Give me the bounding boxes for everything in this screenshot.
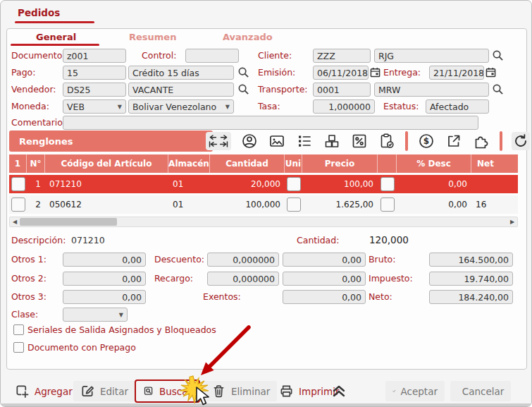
vendedor-name-field[interactable]: VACANTE bbox=[128, 83, 234, 97]
emision-calendar-icon[interactable] bbox=[370, 67, 381, 78]
scroll-left-icon[interactable]: ◀ bbox=[10, 219, 20, 225]
tasa-field[interactable]: 1,000000 bbox=[313, 99, 375, 114]
agregar-button[interactable]: Agregar bbox=[8, 381, 80, 401]
col-codigo: Código del Artículo bbox=[45, 154, 168, 173]
user-icon[interactable] bbox=[240, 132, 259, 150]
cliente-search-icon[interactable] bbox=[492, 49, 504, 61]
annotation-arrow bbox=[191, 322, 261, 379]
recargo-monto-field[interactable]: 0,00 bbox=[283, 272, 366, 286]
pago-name-field[interactable]: Crédito 15 días bbox=[128, 66, 234, 80]
transporte-search-icon[interactable] bbox=[492, 83, 504, 95]
col-almacen: Almacén bbox=[168, 154, 210, 173]
control-field[interactable] bbox=[185, 49, 239, 63]
prepago-label: Documento con Prepago bbox=[27, 342, 136, 353]
moneda-label: Moneda: bbox=[11, 101, 49, 111]
pago-label: Pago: bbox=[11, 67, 35, 78]
toolbar-separator bbox=[500, 131, 502, 151]
percent-icon[interactable] bbox=[350, 132, 369, 150]
estatus-field[interactable]: Afectado bbox=[426, 99, 489, 114]
col-precio: Precio bbox=[302, 154, 378, 173]
otros2-field[interactable]: 0,00 bbox=[63, 272, 146, 286]
extra-button[interactable] bbox=[381, 198, 395, 212]
packages-icon[interactable] bbox=[323, 132, 341, 150]
otros3-label: Otros 3: bbox=[11, 291, 47, 302]
otros1-field[interactable]: 0,00 bbox=[63, 253, 146, 267]
vendedor-search-icon[interactable] bbox=[237, 83, 249, 95]
row-select-button[interactable] bbox=[11, 198, 25, 212]
cliente-name-field[interactable]: RJG bbox=[374, 49, 489, 63]
documento-label: Documento: bbox=[11, 50, 66, 61]
descuento-monto-field[interactable]: 0,00 bbox=[283, 253, 366, 267]
impuesto-field[interactable]: 19.740,00 bbox=[429, 272, 513, 286]
tab-avanzado[interactable]: Avanzado bbox=[223, 32, 273, 42]
comentario-field[interactable] bbox=[63, 116, 478, 130]
col-num: N° bbox=[27, 154, 45, 173]
refresh-icon[interactable] bbox=[512, 132, 530, 150]
tab-general[interactable]: General bbox=[36, 32, 76, 42]
emision-field[interactable]: 06/11/2018 bbox=[313, 66, 369, 80]
neto-total-label: Neto: bbox=[369, 291, 392, 302]
descuento-pct-field[interactable]: 0,000000 bbox=[207, 253, 279, 267]
pedidos-window: Pedidos General Resumen Avanzado Documen… bbox=[0, 0, 532, 407]
estatus-label: Estatus: bbox=[383, 101, 419, 111]
row-select-button[interactable] bbox=[11, 177, 25, 191]
pago-code-field[interactable]: 15 bbox=[63, 66, 126, 80]
cell-almacen: 01 bbox=[168, 195, 210, 214]
cancelar-button[interactable]: Cancelar bbox=[450, 381, 511, 401]
tab-pedidos[interactable]: Pedidos bbox=[18, 7, 60, 18]
bruto-label: Bruto: bbox=[369, 254, 395, 265]
currency-dollar-icon[interactable]: $ bbox=[417, 132, 435, 150]
table-row[interactable]: 1 071210 01 20,000 100,00 0,00 bbox=[9, 175, 518, 193]
cell-neto bbox=[471, 175, 518, 193]
scrollbar-thumb[interactable] bbox=[20, 218, 117, 226]
seriales-label: Seriales de Salida Asignados y Bloqueado… bbox=[27, 324, 216, 335]
documento-field[interactable]: z001 bbox=[63, 49, 126, 63]
recargo-pct-field[interactable]: 0,000000 bbox=[207, 272, 279, 286]
item-list-icon[interactable] bbox=[295, 132, 314, 150]
collapse-chevrons-icon[interactable] bbox=[330, 383, 347, 400]
transporte-name-field[interactable]: MRW bbox=[374, 83, 489, 97]
moneda-code-select[interactable]: VEB▼ bbox=[63, 99, 126, 114]
moneda-code-value: VEB bbox=[67, 102, 85, 112]
table-hscrollbar[interactable]: ◀ ▶ bbox=[9, 217, 518, 227]
uni-button[interactable] bbox=[287, 198, 301, 212]
scroll-right-icon[interactable]: ▶ bbox=[507, 219, 517, 225]
cell-cantidad: 20,000 bbox=[210, 175, 285, 193]
exentos-field[interactable]: 0,00 bbox=[283, 290, 366, 304]
tab-resumen[interactable]: Resumen bbox=[129, 32, 176, 42]
image-icon[interactable] bbox=[268, 132, 286, 150]
external-link-icon[interactable] bbox=[445, 132, 463, 150]
extra-button[interactable] bbox=[381, 177, 395, 191]
cliente-code-field[interactable]: ZZZ bbox=[313, 49, 371, 63]
entrega-field[interactable]: 21/11/2018 bbox=[429, 66, 484, 80]
table-header: 1 N° Código del Artículo Almacén Cantida… bbox=[9, 154, 518, 173]
pago-search-icon[interactable] bbox=[237, 66, 249, 78]
cell-cantidad: 100,000 bbox=[210, 195, 285, 214]
editar-button[interactable]: Editar bbox=[73, 381, 135, 401]
cell-num: 1 bbox=[27, 175, 45, 193]
col-extra bbox=[378, 154, 397, 173]
otros3-field[interactable]: 0,00 bbox=[63, 290, 146, 304]
renglones-toolbar: $ bbox=[206, 131, 532, 151]
col-desc: % Desc bbox=[397, 154, 471, 173]
puzzle-icon[interactable] bbox=[472, 132, 490, 150]
prepago-checkbox[interactable] bbox=[13, 342, 24, 353]
aceptar-button[interactable]: Aceptar bbox=[385, 381, 445, 401]
exentos-label: Exentos: bbox=[203, 291, 241, 302]
clipboard-check-icon[interactable] bbox=[378, 132, 396, 150]
otros1-label: Otros 1: bbox=[11, 254, 47, 265]
bruto-field[interactable]: 164.500,00 bbox=[429, 253, 513, 267]
uni-button[interactable] bbox=[287, 177, 301, 191]
table-row[interactable]: 2 050612 01 100,000 1.625,00 0,00 16 bbox=[9, 195, 518, 214]
entrega-calendar-icon[interactable] bbox=[485, 67, 496, 78]
descripcion-value: 071210 bbox=[71, 235, 105, 245]
resize-arrows-icon[interactable] bbox=[206, 132, 231, 150]
moneda-name-select[interactable]: Bolivar Venezolano▼ bbox=[128, 99, 234, 114]
chevron-down-icon: ▼ bbox=[118, 104, 122, 110]
entrega-label: Entrega: bbox=[383, 67, 421, 78]
seriales-checkbox[interactable] bbox=[13, 324, 24, 335]
neto-total-field[interactable]: 184.240,00 bbox=[429, 290, 513, 304]
clase-select[interactable]: ▼ bbox=[63, 308, 128, 322]
transporte-code-field[interactable]: 0001 bbox=[313, 83, 371, 97]
vendedor-code-field[interactable]: DS25 bbox=[63, 83, 126, 97]
